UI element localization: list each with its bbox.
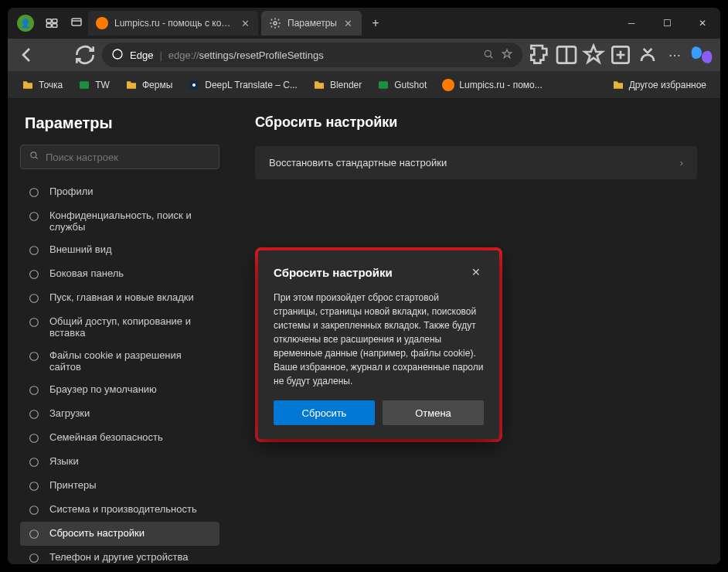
svg-point-34 [30, 530, 39, 539]
nav-icon [28, 456, 40, 468]
svg-point-29 [30, 410, 39, 419]
new-tab-button[interactable]: + [365, 12, 386, 34]
bookmark-item[interactable]: Lumpics.ru - помо... [436, 76, 548, 94]
nav-icon [28, 552, 40, 564]
menu-button[interactable]: ⋯ [662, 43, 687, 67]
reset-dialog-highlight: Сбросить настройки ✕ При этом произойдет… [255, 247, 502, 442]
nav-label: Телефон и другие устройства [49, 551, 188, 563]
copilot-button[interactable] [689, 43, 714, 67]
tab-lumpics[interactable]: Lumpics.ru - помощь с компьют ✕ [88, 11, 258, 36]
split-screen-button[interactable] [554, 43, 579, 67]
sidebar-item[interactable]: Принтеры [20, 474, 219, 498]
sidebar-item[interactable]: Конфиденциальность, поиск и службы [20, 204, 219, 238]
nav-label: Боковая панель [49, 267, 124, 279]
nav-label: Общий доступ, копирование и вставка [49, 315, 212, 339]
bookmark-item[interactable]: DeepL Translate – С... [182, 76, 304, 94]
close-icon[interactable]: ✕ [343, 18, 354, 29]
edge-logo-icon [111, 48, 124, 63]
nav-label: Браузер по умолчанию [49, 383, 157, 395]
sidebar-item[interactable]: Система и производительность [20, 498, 219, 522]
sidebar-item[interactable]: Профили [20, 180, 219, 204]
nav-icon [28, 528, 40, 540]
search-in-page-icon[interactable] [482, 48, 495, 63]
close-window-button[interactable]: ✕ [685, 8, 720, 39]
nav-icon [28, 480, 40, 492]
nav-icon [28, 186, 40, 199]
nav-label: Профили [49, 186, 94, 197]
browser-essentials-button[interactable] [635, 43, 660, 67]
svg-line-20 [36, 157, 38, 159]
sidebar-item[interactable]: Внешний вид [20, 238, 219, 262]
svg-point-8 [485, 50, 491, 56]
extensions-button[interactable] [527, 43, 552, 67]
edge-label: Edge [130, 49, 153, 61]
close-icon[interactable]: ✕ [240, 18, 250, 29]
sidebar-item[interactable]: Языки [20, 450, 219, 474]
svg-rect-3 [53, 24, 57, 28]
bookmark-item[interactable]: TW [72, 76, 116, 94]
reset-settings-dialog: Сбросить настройки ✕ При этом произойдет… [258, 250, 499, 439]
bookmark-item[interactable]: Blender [307, 76, 368, 94]
svg-point-7 [113, 49, 122, 59]
sidebar-item[interactable]: Сбросить настройки [20, 522, 219, 546]
svg-point-19 [31, 152, 36, 158]
other-bookmarks[interactable]: Другое избранное [606, 76, 713, 94]
svg-point-27 [30, 352, 39, 361]
nav-icon [28, 268, 40, 281]
toolbar: Edge | edge://settings/resetProfileSetti… [8, 39, 720, 71]
nav-label: Внешний вид [49, 243, 112, 255]
nav-icon [28, 504, 40, 516]
sidebar-item[interactable]: Общий доступ, копирование и вставка [20, 310, 219, 344]
sidebar-item[interactable]: Загрузки [20, 402, 219, 426]
search-input[interactable] [46, 152, 211, 163]
nav-icon [28, 292, 40, 305]
sidebar-item[interactable]: Боковая панель [20, 262, 219, 286]
cancel-button[interactable]: Отмена [383, 400, 484, 425]
svg-rect-0 [46, 19, 51, 23]
settings-search[interactable] [20, 145, 219, 169]
dialog-close-button[interactable]: ✕ [468, 264, 484, 280]
nav-label: Языки [49, 455, 79, 467]
sidebar-item[interactable]: Браузер по умолчанию [20, 378, 219, 402]
sidebar-title: Параметры [20, 114, 219, 132]
address-bar[interactable]: Edge | edge://settings/resetProfileSetti… [102, 43, 522, 67]
collections-button[interactable] [608, 43, 633, 67]
nav-label: Принтеры [49, 479, 97, 491]
nav-icon [28, 210, 40, 223]
profile-avatar[interactable]: 👤 [17, 15, 34, 32]
dialog-body: При этом произойдет сброс стартовой стра… [274, 291, 484, 388]
bookmark-item[interactable]: Точка [15, 76, 69, 94]
refresh-button[interactable] [73, 43, 97, 67]
svg-rect-18 [379, 81, 388, 88]
minimize-button[interactable]: ─ [614, 8, 649, 39]
favorites-button[interactable] [581, 43, 606, 67]
maximize-button[interactable]: ☐ [649, 8, 685, 39]
bookmark-item[interactable]: Gutshot [371, 76, 433, 94]
back-button[interactable] [14, 43, 39, 67]
sidebar-item[interactable]: Телефон и другие устройства [20, 546, 219, 564]
svg-point-17 [192, 83, 196, 87]
svg-point-6 [274, 22, 277, 25]
sidebar-item[interactable]: Семейная безопасность [20, 426, 219, 450]
workspaces-icon[interactable] [45, 16, 59, 30]
nav-icon [28, 350, 40, 363]
sidebar-item[interactable]: Пуск, главная и новые вкладки [20, 286, 219, 310]
favorite-star-icon[interactable] [501, 48, 513, 63]
bookmark-item[interactable]: Фермы [119, 76, 179, 94]
url-text: edge://settings/resetProfileSettings [168, 49, 476, 61]
tab-settings[interactable]: Параметры ✕ [261, 11, 362, 36]
tab-actions-icon[interactable] [70, 16, 83, 30]
sidebar-item[interactable]: Файлы cookie и разрешения сайтов [20, 344, 219, 378]
settings-sidebar: Параметры ПрофилиКонфиденциальность, пои… [8, 99, 232, 564]
tab-label: Lumpics.ru - помощь с компьют [114, 18, 233, 29]
restore-defaults-row[interactable]: Восстановить стандартные настройки › [255, 146, 697, 179]
reset-button[interactable]: Сбросить [274, 400, 375, 425]
svg-rect-4 [72, 19, 81, 26]
dialog-title: Сбросить настройки [274, 266, 393, 279]
nav-label: Пуск, главная и новые вкладки [49, 291, 194, 303]
svg-point-25 [30, 295, 39, 303]
svg-point-26 [30, 318, 39, 327]
nav-label: Конфиденциальность, поиск и службы [49, 209, 212, 233]
row-label: Восстановить стандартные настройки [269, 157, 447, 169]
svg-point-22 [30, 213, 39, 221]
